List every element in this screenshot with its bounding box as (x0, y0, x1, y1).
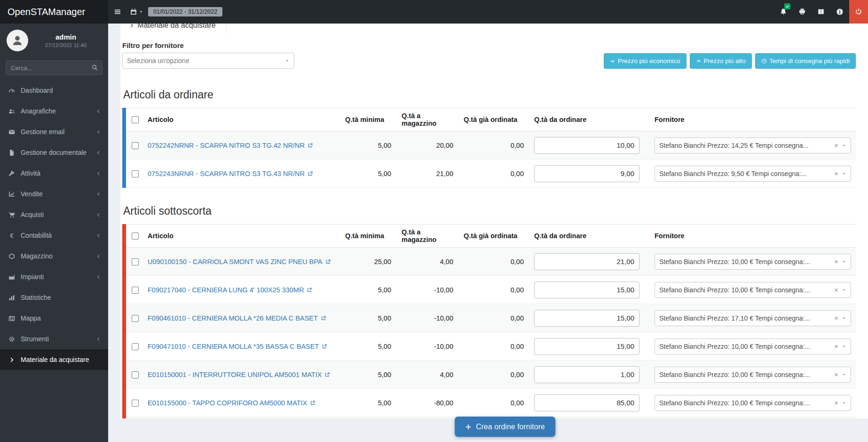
filter-row: Filtro per fornitore Seleziona un'opzion… (122, 41, 856, 69)
sidebar-item-impianti[interactable]: Impianti (0, 266, 108, 287)
qty-minima: 5,00 (341, 131, 398, 160)
clear-selection[interactable]: × (834, 286, 838, 293)
qty-da-ordinare-input[interactable] (534, 165, 639, 182)
qty-da-ordinare-input[interactable] (534, 338, 639, 355)
create-supplier-order-button[interactable]: Crea ordine fornitore (455, 417, 555, 437)
row-checkbox[interactable] (132, 400, 139, 407)
article-link[interactable]: E010155000 - TAPPO COPRIFORO AM5000 MATI… (148, 399, 316, 407)
clear-selection[interactable]: × (834, 343, 838, 350)
sidebar-toggle-button[interactable] (108, 0, 127, 24)
print-button[interactable] (793, 0, 812, 24)
sidebar-item-gestione-documentale[interactable]: Gestione documentale (0, 142, 108, 163)
external-link-icon (325, 259, 331, 265)
sidebar-item-magazzino[interactable]: Magazzino (0, 246, 108, 266)
sidebar-item-vendite[interactable]: Vendite (0, 184, 108, 204)
article-row: 0752243NRNR - SCARPA NITRO S3 TG.43 NR/N… (126, 160, 856, 188)
calendar-icon (130, 8, 137, 16)
qty-minima: 5,00 (341, 304, 398, 332)
sidebar-item-anagrafiche[interactable]: Anagrafiche (0, 101, 108, 121)
topbar-actions (774, 0, 868, 24)
angle-left-icon (95, 170, 102, 177)
tempi-di-consegna-pi-rapidi-button[interactable]: Tempi di consegna più rapidi (755, 53, 856, 69)
qty-magazzino: 4,00 (398, 361, 460, 389)
row-checkbox[interactable] (132, 170, 139, 177)
sidebar-item-acquisti[interactable]: Acquisti (0, 204, 108, 225)
supplier-select[interactable]: Stefano Bianchi Prezzo: 10,00 € Tempi co… (655, 254, 851, 270)
article-link[interactable]: F090217040 - CERNIERA LUNG 4' 100X25 330… (148, 286, 312, 294)
article-name: F090471010 - CERNIERA MOLLA *35 BASSA C … (148, 343, 319, 350)
qty-da-ordinare-input[interactable] (534, 253, 639, 270)
article-link[interactable]: U090100150 - CARRIOLA SMONT VAS ZINC PNE… (148, 258, 331, 265)
supplier-select[interactable]: Stefano Bianchi Prezzo: 10,00 € Tempi co… (655, 367, 851, 383)
supplier-select[interactable]: Stefano Bianchi Prezzo: 10,00 € Tempi co… (655, 338, 851, 354)
clear-selection[interactable]: × (834, 170, 838, 177)
notifications-button[interactable] (774, 0, 793, 24)
select-all-checkbox[interactable] (132, 233, 139, 240)
article-link[interactable]: E010150001 - INTERRUTTORE UNIPOL AM5001 … (148, 371, 330, 378)
clear-selection[interactable]: × (834, 371, 838, 378)
article-link[interactable]: 0752243NRNR - SCARPA NITRO S3 TG.43 NR/N… (148, 170, 313, 177)
search-input[interactable] (6, 60, 103, 75)
qty-da-ordinare-input[interactable] (534, 310, 639, 327)
supplier-select[interactable]: Stefano Bianchi Prezzo: 10,00 € Tempi co… (655, 395, 851, 411)
sidebar-item-label: Gestione email (21, 128, 90, 136)
sidebar-item-label: Materiale da acquistare (21, 356, 102, 363)
supplier-select-value: Stefano Bianchi Prezzo: 10,00 € Tempi co… (659, 371, 831, 378)
angle-left-icon (95, 212, 102, 218)
qty-da-ordinare-input[interactable] (534, 281, 639, 298)
caret-down-icon (842, 344, 846, 349)
sidebar-item-dashboard[interactable]: Dashboard (0, 80, 108, 101)
supplier-select[interactable]: Stefano Bianchi Prezzo: 14,25 € Tempi co… (655, 137, 851, 153)
app-brand[interactable]: OpenSTAManager (0, 0, 108, 24)
prezzo-pi-economico-button[interactable]: Prezzo più economico (604, 53, 687, 69)
clear-selection[interactable]: × (834, 258, 838, 265)
sidebar-item-contabilit[interactable]: €Contabilità (0, 225, 108, 246)
select-all-checkbox[interactable] (132, 116, 139, 123)
article-link[interactable]: 0752242NRNR - SCARPA NITRO S3 TG.42 NR/N… (148, 142, 313, 149)
row-checkbox[interactable] (132, 343, 139, 350)
search-icon[interactable] (91, 64, 98, 71)
qty-da-ordinare-input[interactable] (534, 366, 639, 383)
date-range-badge[interactable]: 01/01/2022 - 31/12/2022 (148, 7, 222, 16)
prezzo-pi-alto-button[interactable]: Prezzo più alto (690, 53, 752, 69)
sidebar-item-gestione-email[interactable]: Gestione email (0, 121, 108, 142)
row-checkbox[interactable] (132, 371, 139, 378)
article-link[interactable]: F090461010 - CERNIERA MOLLA *26 MEDIA C … (148, 314, 326, 322)
qty-da-ordinare-input[interactable] (534, 394, 639, 411)
qty-da-ordinare-input[interactable] (534, 137, 639, 154)
row-checkbox[interactable] (132, 287, 139, 294)
period-picker-button[interactable] (127, 0, 146, 24)
sidebar-item-statistiche[interactable]: Statistiche (0, 287, 108, 308)
supplier-select[interactable]: Stefano Bianchi Prezzo: 10,00 € Tempi co… (655, 282, 851, 298)
clear-selection[interactable]: × (834, 399, 838, 406)
article-row: F090471010 - CERNIERA MOLLA *35 BASSA C … (126, 332, 856, 361)
clear-selection[interactable]: × (834, 142, 838, 149)
row-checkbox[interactable] (132, 315, 139, 322)
supplier-select[interactable]: Stefano Bianchi Prezzo: 9,50 € Tempi con… (655, 166, 851, 182)
supplier-filter-select[interactable]: Seleziona un'opzione (122, 53, 294, 69)
svg-text:€: € (10, 232, 13, 239)
clear-selection[interactable]: × (834, 314, 838, 321)
article-row: U090100150 - CARRIOLA SMONT VAS ZINC PNE… (126, 248, 856, 276)
angle-left-icon (95, 108, 102, 114)
sidebar-item-attivit[interactable]: Attività (0, 163, 108, 184)
info-button[interactable] (830, 0, 849, 24)
row-checkbox[interactable] (132, 142, 139, 149)
section-stripe (122, 108, 126, 188)
manual-button[interactable] (812, 0, 830, 24)
row-checkbox[interactable] (132, 258, 139, 265)
supplier-select[interactable]: Stefano Bianchi Prezzo: 17,10 € Tempi co… (655, 310, 851, 326)
qty-minima: 5,00 (341, 332, 398, 361)
qty-gia-ordinata: 0,00 (460, 361, 530, 389)
external-link-icon (321, 315, 326, 321)
cart-icon (8, 211, 16, 218)
sidebar-item-materiale-da-acquistare[interactable]: Materiale da acquistare (0, 349, 108, 370)
article-link[interactable]: F090471010 - CERNIERA MOLLA *35 BASSA C … (148, 343, 327, 350)
article-name: 0752243NRNR - SCARPA NITRO S3 TG.43 NR/N… (148, 170, 305, 177)
qty-gia-ordinata: 0,00 (460, 304, 530, 332)
sidebar-item-mappa[interactable]: Mappa (0, 308, 108, 329)
qty-magazzino (398, 417, 460, 419)
sidebar-item-strumenti[interactable]: Strumenti (0, 329, 108, 349)
logout-button[interactable] (849, 0, 868, 24)
main-content: › Materiale da acquistare Filtro per for… (108, 0, 868, 418)
